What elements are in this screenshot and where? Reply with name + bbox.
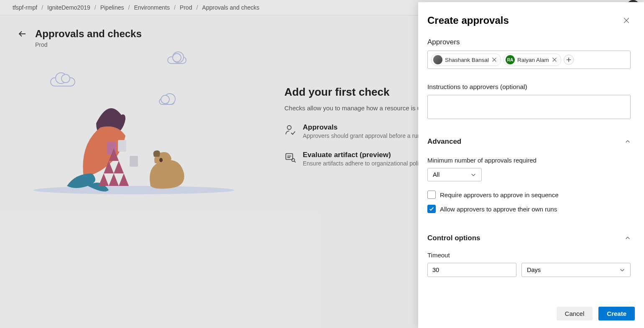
approver-name: Raiyan Alam (517, 57, 549, 63)
breadcrumb-item[interactable]: Prod (180, 4, 192, 11)
page-subtitle: Prod (35, 41, 142, 48)
breadcrumb-sep: / (95, 4, 96, 11)
svg-marker-4 (119, 173, 129, 186)
panel-title: Create approvals (427, 15, 509, 26)
create-approvals-panel: Create approvals Approvers Shashank Bans… (418, 2, 644, 328)
svg-point-11 (287, 126, 291, 130)
page-title: Approvals and checks (35, 28, 142, 40)
control-options-toggle[interactable]: Control options (427, 234, 631, 242)
breadcrumb-item[interactable]: tfspf-rmpf (13, 4, 37, 11)
approvers-label: Approvers (427, 38, 631, 46)
timeout-value-input[interactable] (427, 263, 516, 277)
approvers-input[interactable]: Shashank Bansal RA Raiyan Alam (427, 51, 631, 69)
svg-point-13 (292, 158, 295, 161)
add-approver-button[interactable] (564, 55, 574, 65)
timeout-unit-select[interactable]: Days (521, 263, 631, 277)
min-approvals-label: Minimum number of approvals required (427, 157, 631, 164)
breadcrumb-sep: / (41, 4, 43, 11)
control-options-heading: Control options (427, 234, 480, 242)
allow-own-runs-checkbox[interactable]: Allow approvers to approve their own run… (427, 205, 631, 213)
avatar-icon: RA (506, 55, 515, 64)
check-desc: Ensure artifacts adhere to organizationa… (303, 160, 431, 167)
chevron-down-icon (619, 267, 625, 273)
breadcrumb-current: Approvals and checks (202, 4, 259, 11)
breadcrumb-sep: / (196, 4, 198, 11)
instructions-label: Instructions to approvers (optional) (427, 83, 631, 91)
advanced-heading: Advanced (427, 137, 461, 146)
svg-marker-5 (114, 161, 124, 173)
breadcrumb-item[interactable]: IgniteDemo2019 (47, 4, 90, 11)
svg-point-0 (33, 186, 234, 194)
svg-point-9 (159, 158, 163, 162)
approver-chip: RA Raiyan Alam (503, 53, 561, 66)
svg-marker-6 (99, 173, 109, 186)
artifact-icon (284, 152, 296, 163)
select-value: Days (527, 267, 541, 273)
checkbox-label: Require approvers to approve in sequence (440, 191, 559, 198)
back-arrow-icon[interactable] (17, 28, 28, 40)
breadcrumb-sep: / (174, 4, 176, 11)
create-button[interactable]: Create (598, 307, 635, 320)
min-approvals-select[interactable]: All (427, 168, 482, 181)
select-value: All (433, 171, 440, 178)
checkbox-icon (427, 191, 436, 199)
svg-rect-2 (118, 140, 126, 152)
checkbox-checked-icon (427, 205, 436, 213)
approver-name: Shashank Bansal (445, 57, 489, 63)
svg-rect-10 (130, 156, 138, 167)
chevron-up-icon (625, 139, 631, 145)
remove-approver-icon[interactable] (491, 57, 497, 63)
breadcrumb-item[interactable]: Environments (134, 4, 170, 11)
breadcrumb-item[interactable]: Pipelines (100, 4, 124, 11)
svg-marker-3 (109, 173, 119, 186)
close-icon[interactable] (622, 16, 631, 25)
person-check-icon (284, 124, 296, 136)
avatar-icon (433, 55, 442, 64)
remove-approver-icon[interactable] (552, 57, 557, 63)
svg-rect-12 (286, 154, 293, 160)
checkbox-label: Allow approvers to approve their own run… (440, 206, 557, 213)
timeout-label: Timeout (427, 252, 631, 259)
advanced-section-toggle[interactable]: Advanced (427, 137, 631, 146)
empty-state-illustration (25, 69, 259, 203)
chevron-down-icon (470, 172, 476, 178)
require-sequence-checkbox[interactable]: Require approvers to approve in sequence (427, 191, 631, 199)
check-label: Evaluate artifact (preview) (303, 151, 431, 159)
cancel-button[interactable]: Cancel (557, 307, 593, 320)
approver-chip: Shashank Bansal (431, 53, 501, 66)
breadcrumb-sep: / (128, 4, 130, 11)
instructions-textarea[interactable] (427, 95, 631, 119)
chevron-up-icon (625, 235, 631, 241)
